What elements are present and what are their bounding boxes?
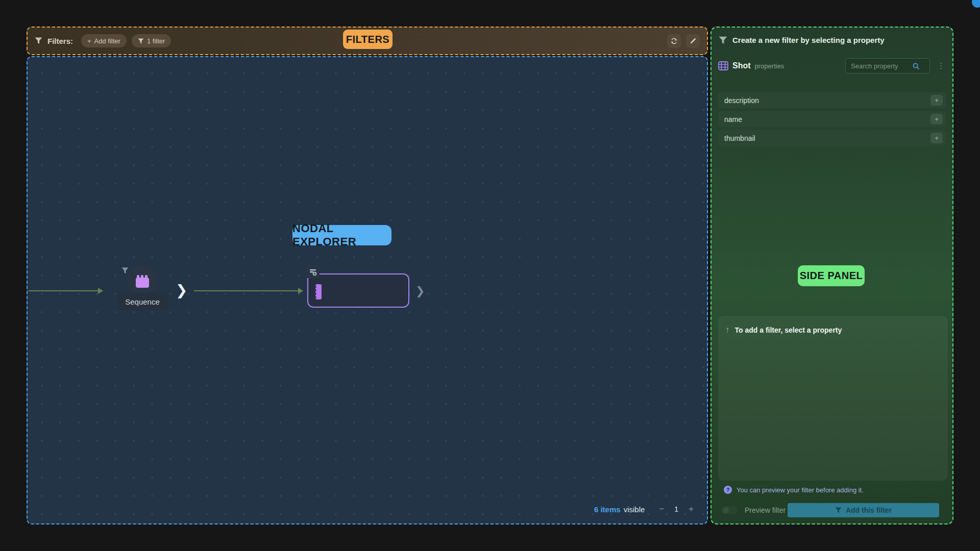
filter-count-label: 1 filter	[147, 37, 165, 45]
preview-filter-label: Preview filter	[745, 506, 786, 514]
add-property-button[interactable]: +	[930, 114, 943, 124]
add-filter-button[interactable]: + Add filter	[81, 34, 127, 47]
shot-film-icon	[718, 61, 728, 70]
search-icon	[912, 62, 920, 70]
search-property-box[interactable]	[845, 58, 930, 73]
add-filter-hint-text: To add a filter, select a property	[735, 326, 842, 334]
entity-suffix: properties	[755, 62, 785, 70]
kebab-menu-icon[interactable]: ⋮	[936, 61, 946, 70]
add-property-button[interactable]: +	[930, 95, 943, 106]
filter-icon	[138, 38, 144, 44]
property-list: description + name + thumbnail +	[712, 92, 952, 146]
filter-count-button[interactable]: 1 filter	[132, 34, 171, 47]
filters-title: Filters:	[47, 37, 73, 45]
add-this-filter-label: Add this filter	[846, 506, 892, 514]
edge-incoming	[29, 290, 98, 291]
side-panel-header: Create a new filter by selecting a prope…	[712, 28, 952, 44]
pencil-icon	[690, 37, 697, 44]
sequence-filter-icon	[121, 267, 129, 274]
plus-icon: +	[87, 37, 91, 45]
zoom-out-button[interactable]: −	[659, 504, 664, 514]
arrow-up-icon: ↑	[725, 325, 730, 335]
property-row-thumbnail[interactable]: thumbnail +	[718, 130, 946, 146]
question-glyph: ?	[726, 487, 730, 493]
canvas-status-bar: 6 items visible − 1 +	[594, 504, 694, 514]
sequence-clapper-icon	[134, 273, 151, 289]
edge-middle	[194, 290, 298, 291]
help-icon: ?	[724, 486, 732, 494]
edge-incoming-arrowhead	[98, 288, 103, 294]
filter-icon	[35, 37, 42, 44]
property-label: name	[724, 115, 742, 123]
property-row-description[interactable]: description +	[718, 92, 946, 108]
nodal-explorer-canvas[interactable]: Sequence ❯ ❯ 6 items visible − 1 +	[27, 56, 708, 524]
add-filter-hint: ↑ To add a filter, select a property	[718, 316, 948, 335]
preview-filter-toggle[interactable]	[722, 506, 737, 514]
refresh-icon	[670, 37, 678, 45]
preview-hint-text: You can preview your filter before addin…	[737, 486, 864, 494]
property-label: description	[724, 96, 759, 105]
cursor-dot	[972, 0, 980, 8]
zoom-level: 1	[674, 505, 678, 513]
chevron-right-icon[interactable]: ❯	[176, 282, 187, 298]
search-property-input[interactable]	[846, 62, 912, 70]
filters-annotation-badge: FILTERS	[343, 30, 393, 49]
add-property-button[interactable]: +	[930, 133, 943, 143]
toggle-knob	[723, 507, 729, 513]
nodal-explorer-annotation-badge: NODAL EXPLORER	[292, 225, 391, 245]
sequence-node-label[interactable]: Sequence	[117, 293, 167, 310]
edge-middle-arrowhead	[298, 288, 303, 294]
side-panel-footer: Preview filter Add this filter	[712, 503, 952, 518]
node-settings-icon	[306, 265, 320, 279]
filter-icon	[719, 36, 727, 44]
add-filter-label: Add filter	[94, 37, 120, 45]
entity-name: Shot	[732, 61, 751, 70]
node-output-chevron-icon[interactable]: ❯	[415, 285, 425, 298]
plus-icon: +	[935, 134, 939, 142]
plus-icon: +	[935, 115, 939, 123]
property-row-name[interactable]: name +	[718, 111, 946, 127]
zoom-in-button[interactable]: +	[689, 504, 694, 514]
edit-button[interactable]	[686, 34, 700, 48]
items-visible-label: visible	[624, 505, 645, 514]
side-panel-title: Create a new filter by selecting a prope…	[732, 36, 885, 44]
filter-builder-panel: ↑ To add a filter, select a property	[718, 316, 948, 481]
filter-icon	[835, 507, 842, 513]
plus-icon: +	[935, 96, 939, 104]
property-label: thumbnail	[724, 134, 755, 142]
side-panel-annotation-badge: SIDE PANEL	[798, 265, 865, 286]
refresh-button[interactable]	[667, 34, 681, 48]
items-count[interactable]: 6 items	[594, 505, 621, 514]
add-this-filter-button[interactable]: Add this filter	[788, 503, 939, 517]
entity-row: Shot properties ⋮	[712, 58, 952, 74]
selected-node[interactable]	[307, 273, 409, 308]
preview-hint-row: ? You can preview your filter before add…	[724, 486, 864, 494]
node-film-icon	[314, 284, 322, 300]
zoom-controls: − 1 +	[659, 504, 694, 514]
